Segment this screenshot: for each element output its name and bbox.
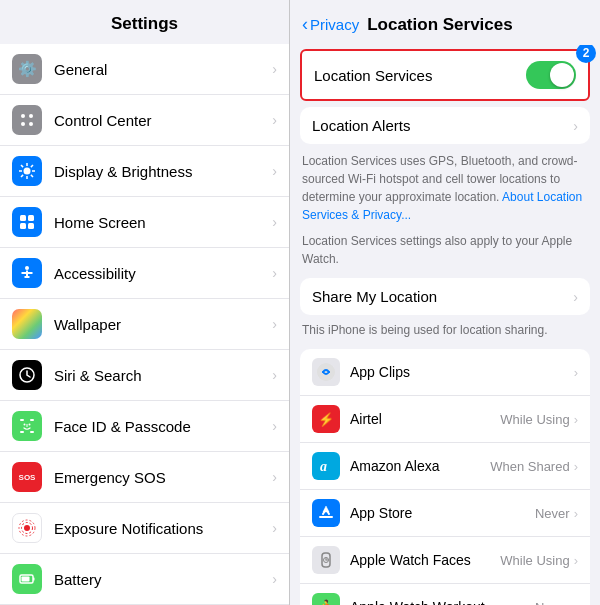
settings-list: ⚙️General›Control Center›Display & Brigh… — [0, 44, 289, 605]
exposure-chevron: › — [272, 520, 277, 536]
right-content: Location Services 2 Location Alerts › Lo… — [290, 45, 600, 605]
svg-point-1 — [29, 114, 33, 118]
back-chevron-icon: ‹ — [302, 14, 308, 35]
amazon-alexa-icon: a — [312, 452, 340, 480]
svg-point-4 — [24, 168, 31, 175]
location-alerts-chevron: › — [573, 118, 578, 134]
svg-point-17 — [25, 266, 29, 270]
settings-item-display-brightness[interactable]: Display & Brightness› — [0, 146, 289, 197]
app-clips-icon — [312, 358, 340, 386]
apple-watch-faces-icon — [312, 546, 340, 574]
amazon-alexa-chevron: › — [574, 459, 578, 474]
home-screen-icon — [12, 207, 42, 237]
toggle-knob — [550, 63, 574, 87]
location-services-label: Location Services — [314, 67, 526, 84]
apple-watch-workout-icon: 🏃 — [312, 593, 340, 605]
settings-item-general[interactable]: ⚙️General› — [0, 44, 289, 95]
app-row-app-store[interactable]: App StoreNever› — [300, 490, 590, 537]
settings-item-battery[interactable]: Battery› — [0, 554, 289, 605]
accessibility-label: Accessibility — [54, 265, 272, 282]
amazon-alexa-status: When Shared — [490, 459, 570, 474]
display-brightness-label: Display & Brightness — [54, 163, 272, 180]
app-row-airtel[interactable]: ⚡AirtelWhile Using› — [300, 396, 590, 443]
accessibility-chevron: › — [272, 265, 277, 281]
app-list: App Clips›⚡AirtelWhile Using›aAmazon Ale… — [300, 349, 590, 605]
svg-text:⚡: ⚡ — [318, 411, 335, 428]
home-screen-label: Home Screen — [54, 214, 272, 231]
exposure-icon — [12, 513, 42, 543]
svg-point-28 — [29, 424, 31, 426]
wallpaper-chevron: › — [272, 316, 277, 332]
location-alerts-row[interactable]: Location Alerts › — [300, 107, 590, 144]
svg-text:a: a — [320, 459, 327, 474]
settings-item-siri-search[interactable]: Siri & Search› — [0, 350, 289, 401]
siri-search-icon — [12, 360, 42, 390]
app-store-chevron: › — [574, 506, 578, 521]
airtel-name: Airtel — [350, 411, 500, 427]
svg-point-0 — [21, 114, 25, 118]
settings-item-wallpaper[interactable]: Wallpaper› — [0, 299, 289, 350]
apple-watch-workout-name: Apple Watch Workout — [350, 599, 535, 605]
control-center-chevron: › — [272, 112, 277, 128]
face-id-icon — [12, 411, 42, 441]
app-clips-name: App Clips — [350, 364, 574, 380]
display-brightness-icon — [12, 156, 42, 186]
right-panel-title: Location Services — [367, 15, 513, 35]
settings-item-emergency-sos[interactable]: SOSEmergency SOS› — [0, 452, 289, 503]
svg-rect-13 — [20, 215, 26, 221]
general-chevron: › — [272, 61, 277, 77]
svg-line-12 — [21, 175, 23, 177]
settings-item-home-screen[interactable]: Home Screen› — [0, 197, 289, 248]
face-id-chevron: › — [272, 418, 277, 434]
share-desc: This iPhone is being used for location s… — [290, 317, 600, 343]
back-label: Privacy — [310, 16, 359, 33]
home-screen-chevron: › — [272, 214, 277, 230]
back-button[interactable]: ‹ Privacy — [302, 14, 359, 35]
svg-rect-25 — [20, 431, 24, 433]
emergency-sos-chevron: › — [272, 469, 277, 485]
svg-line-10 — [31, 175, 33, 177]
app-row-apple-watch-workout[interactable]: 🏃Apple Watch WorkoutNever› — [300, 584, 590, 605]
svg-text:🏃: 🏃 — [318, 599, 336, 605]
svg-line-47 — [326, 509, 329, 514]
app-row-app-clips[interactable]: App Clips› — [300, 349, 590, 396]
svg-rect-35 — [22, 577, 30, 582]
svg-point-27 — [24, 424, 26, 426]
airtel-chevron: › — [574, 412, 578, 427]
settings-item-accessibility[interactable]: Accessibility› — [0, 248, 289, 299]
watch-desc: Location Services settings also apply to… — [290, 228, 600, 272]
control-center-icon — [12, 105, 42, 135]
location-desc: Location Services uses GPS, Bluetooth, a… — [290, 146, 600, 228]
share-my-location-row[interactable]: Share My Location › — [300, 278, 590, 315]
display-brightness-chevron: › — [272, 163, 277, 179]
app-row-apple-watch-faces[interactable]: Apple Watch FacesWhile Using› — [300, 537, 590, 584]
share-my-location-label: Share My Location — [312, 288, 573, 305]
app-row-amazon-alexa[interactable]: aAmazon AlexaWhen Shared› — [300, 443, 590, 490]
app-store-status: Never — [535, 506, 570, 521]
emergency-sos-label: Emergency SOS — [54, 469, 272, 486]
battery-icon — [12, 564, 42, 594]
apple-watch-workout-chevron: › — [574, 600, 578, 606]
location-services-row[interactable]: Location Services — [302, 51, 588, 99]
svg-point-3 — [29, 122, 33, 126]
location-services-toggle[interactable] — [526, 61, 576, 89]
battery-chevron: › — [272, 571, 277, 587]
settings-left-panel: Settings ⚙️General›Control Center›Displa… — [0, 0, 290, 605]
apple-watch-faces-chevron: › — [574, 553, 578, 568]
amazon-alexa-name: Amazon Alexa — [350, 458, 490, 474]
svg-point-42 — [317, 363, 335, 381]
airtel-icon: ⚡ — [312, 405, 340, 433]
settings-title: Settings — [0, 0, 289, 44]
face-id-label: Face ID & Passcode — [54, 418, 272, 435]
settings-item-face-id[interactable]: Face ID & Passcode› — [0, 401, 289, 452]
svg-line-11 — [31, 165, 33, 167]
location-alerts-section: Location Alerts › — [300, 107, 590, 144]
svg-rect-23 — [20, 419, 24, 421]
svg-rect-14 — [28, 215, 34, 221]
app-store-icon — [312, 499, 340, 527]
siri-search-label: Siri & Search — [54, 367, 272, 384]
general-label: General — [54, 61, 272, 78]
settings-item-exposure[interactable]: Exposure Notifications› — [0, 503, 289, 554]
wallpaper-label: Wallpaper — [54, 316, 272, 333]
settings-item-control-center[interactable]: Control Center› — [0, 95, 289, 146]
